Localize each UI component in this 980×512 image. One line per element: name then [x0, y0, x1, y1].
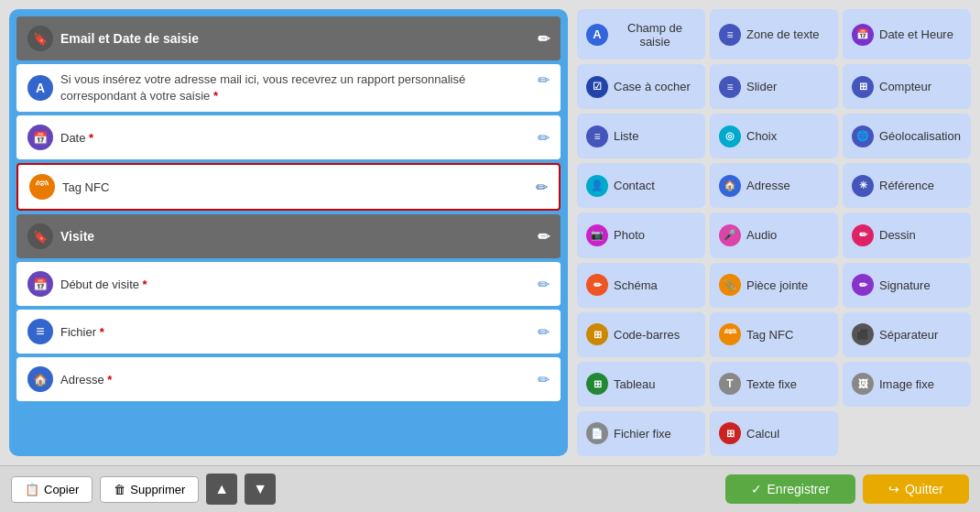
edit-icon-tagnfc[interactable]: ✏: [536, 179, 548, 196]
type-btn-liste[interactable]: ≡ Liste: [577, 114, 705, 158]
type-btn-texte-fixe[interactable]: T Texte fixe: [710, 362, 838, 407]
type-btn-geolocalisation[interactable]: 🌐 Géolocalisation: [843, 114, 971, 158]
type-btn-dessin[interactable]: ✏ Dessin: [843, 212, 971, 257]
move-down-button[interactable]: ▼: [245, 474, 276, 505]
type-btn-code-barres[interactable]: ⊞ Code-barres: [577, 312, 705, 357]
copy-label: Copier: [44, 483, 79, 496]
type-btn-adresse[interactable]: 🏠 Adresse: [710, 163, 838, 208]
svg-point-1: [729, 332, 731, 334]
type-btn-piece-jointe[interactable]: 📎 Pièce jointe: [710, 263, 838, 308]
slider-icon: ≡: [719, 76, 741, 98]
edit-icon-email[interactable]: ✏: [538, 71, 550, 89]
code-barres-label: Code-barres: [614, 328, 680, 342]
save-button[interactable]: ✓ Enregistrer: [725, 474, 855, 504]
type-btn-signature[interactable]: ✏ Signature: [843, 263, 971, 308]
form-list: 🔖 Email et Date de saisie ✏ A Si vous in…: [16, 16, 561, 449]
piece-jointe-icon: 📎: [719, 274, 741, 296]
tag-nfc-btn-icon: [719, 323, 741, 345]
move-up-button[interactable]: ▲: [206, 474, 237, 505]
texte-fixe-icon: T: [719, 373, 741, 395]
type-btn-date-heure[interactable]: 📅 Date et Heure: [843, 9, 971, 60]
quit-button[interactable]: ↪ Quitter: [863, 474, 969, 504]
debut-label: Début de visite *: [60, 278, 147, 291]
separateur-icon: ⬛: [852, 323, 874, 345]
bookmark-icon-1: 🔖: [27, 26, 53, 51]
choix-icon: ◎: [719, 125, 741, 147]
type-btn-photo[interactable]: 📷 Photo: [577, 212, 705, 257]
signature-icon: ✏: [852, 274, 874, 296]
case-cocher-label: Case à cocher: [614, 80, 691, 93]
type-btn-reference[interactable]: ✳ Référence: [843, 163, 971, 208]
section-label-2: Visite: [60, 229, 94, 244]
check-icon: ✓: [751, 482, 762, 496]
edit-icon-section-2[interactable]: ✏: [538, 228, 550, 245]
photo-icon: 📷: [586, 224, 608, 246]
debut-icon: 📅: [27, 271, 53, 297]
copy-button[interactable]: 📋 Copier: [11, 476, 93, 503]
form-item-debut: 📅 Début de visite * ✏: [16, 262, 561, 306]
save-label: Enregistrer: [768, 482, 830, 496]
section-header-2: 🔖 Visite ✏: [16, 214, 561, 258]
type-btn-compteur[interactable]: ⊞ Compteur: [843, 64, 971, 109]
type-btn-tableau[interactable]: ⊞ Tableau: [577, 362, 705, 407]
type-btn-zone-texte[interactable]: ≡ Zone de texte: [710, 9, 838, 60]
tagnfc-label-1: Tag NFC*: [62, 180, 114, 194]
case-cocher-icon: ☑: [586, 76, 608, 98]
zone-texte-icon: ≡: [719, 24, 741, 46]
type-btn-schema[interactable]: ✏ Schéma: [577, 263, 705, 308]
schema-label: Schéma: [614, 278, 658, 292]
calcul-label: Calcul: [746, 427, 779, 441]
form-item-date: 📅 Date * ✏: [16, 115, 561, 159]
champ-saisie-icon: A: [586, 24, 608, 46]
type-btn-separateur[interactable]: ⬛ Séparateur: [843, 312, 971, 357]
a-icon-email: A: [27, 75, 53, 101]
date-icon: 📅: [27, 125, 53, 150]
adresse-btn-label: Adresse: [746, 179, 790, 192]
fichier-fixe-icon: 📄: [586, 422, 608, 444]
signature-label: Signature: [879, 278, 931, 292]
nfc-icon-1: [29, 174, 55, 200]
liste-icon: ≡: [586, 125, 608, 147]
separateur-label: Séparateur: [879, 328, 938, 342]
type-btn-calcul[interactable]: ⊞ Calcul: [710, 411, 838, 456]
type-btn-contact[interactable]: 👤 Contact: [577, 163, 705, 208]
edit-icon-adresse[interactable]: ✏: [538, 371, 550, 388]
edit-icon-date[interactable]: ✏: [538, 129, 550, 147]
form-item-email-desc: A Si vous insérez votre adresse mail ici…: [16, 64, 561, 112]
choix-label: Choix: [746, 129, 777, 143]
delete-label: Supprimer: [130, 483, 185, 496]
quit-label: Quitter: [905, 482, 943, 496]
piece-jointe-label: Pièce jointe: [746, 278, 808, 292]
geo-icon: 🌐: [852, 125, 874, 147]
type-buttons-grid: A Champ de saisie ≡ Zone de texte 📅 Date…: [577, 9, 971, 456]
type-btn-audio[interactable]: 🎤 Audio: [710, 212, 838, 257]
type-btn-case-cocher[interactable]: ☑ Case à cocher: [577, 64, 705, 109]
edit-icon-fichier[interactable]: ✏: [538, 323, 550, 341]
reference-icon: ✳: [852, 175, 874, 197]
photo-label: Photo: [614, 228, 645, 242]
bottom-left-actions: 📋 Copier 🗑 Supprimer ▲ ▼: [11, 474, 276, 505]
email-desc-text: Si vous insérez votre adresse mail ici, …: [60, 71, 538, 104]
type-btn-image-fixe[interactable]: 🖼 Image fixe: [843, 362, 971, 407]
delete-icon: 🗑: [114, 483, 125, 496]
edit-icon-section-1[interactable]: ✏: [538, 30, 550, 48]
type-btn-choix[interactable]: ◎ Choix: [710, 114, 838, 158]
tag-nfc-btn-label: Tag NFC: [746, 328, 793, 342]
edit-icon-debut[interactable]: ✏: [538, 276, 550, 293]
adresse-icon: 🏠: [27, 366, 53, 392]
chevron-down-icon: ▼: [253, 481, 267, 497]
type-btn-slider[interactable]: ≡ Slider: [710, 64, 838, 109]
fichier-icon: ≡: [27, 319, 53, 344]
texte-fixe-label: Texte fixe: [746, 377, 797, 391]
audio-label: Audio: [746, 228, 777, 242]
type-btn-champ-saisie[interactable]: A Champ de saisie: [577, 9, 705, 60]
type-btn-fichier-fixe[interactable]: 📄 Fichier fixe: [577, 411, 705, 456]
compteur-label: Compteur: [879, 80, 931, 93]
tableau-label: Tableau: [614, 377, 656, 391]
adresse-label: Adresse *: [60, 373, 112, 387]
section-header-1: 🔖 Email et Date de saisie ✏: [16, 16, 561, 60]
image-fixe-label: Image fixe: [879, 377, 934, 391]
delete-button[interactable]: 🗑 Supprimer: [100, 476, 199, 503]
type-btn-tag-nfc[interactable]: Tag NFC: [710, 312, 838, 357]
date-heure-label: Date et Heure: [879, 27, 953, 41]
